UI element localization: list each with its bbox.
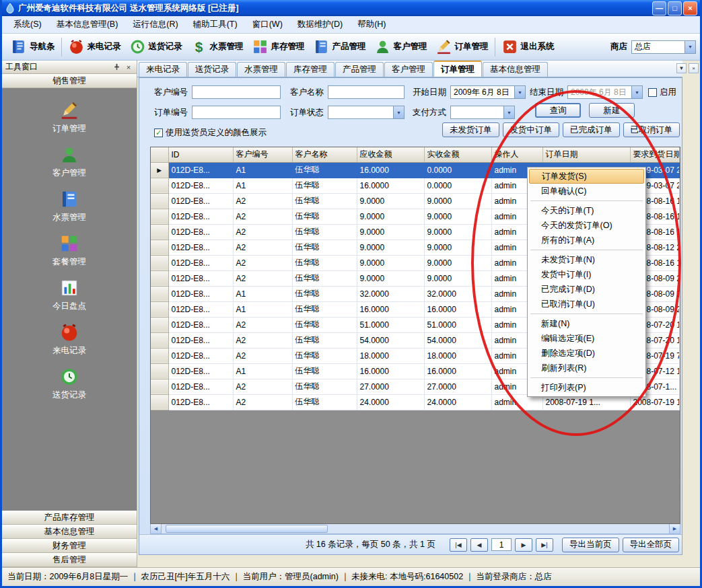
pin-icon[interactable]: [112, 63, 121, 72]
sidebar-item-product[interactable]: 水票管理: [52, 189, 86, 223]
column-header[interactable]: ID: [168, 147, 233, 162]
sidebar-item-chart[interactable]: 今日盘点: [52, 278, 86, 312]
column-header[interactable]: 客户编号: [233, 147, 292, 162]
store-select[interactable]: 总店 ▼: [631, 40, 696, 54]
end-date-picker[interactable]: 2009年 6月 8日 ▼: [567, 85, 643, 99]
last-page-button[interactable]: ▶|: [536, 538, 553, 552]
toolbar-dollar-button[interactable]: $水票管理: [186, 36, 248, 57]
row-selector[interactable]: [151, 255, 168, 270]
start-date-picker[interactable]: 2009年 6月 8日 ▼: [450, 85, 526, 99]
order-no-input[interactable]: [192, 106, 281, 119]
tab-item[interactable]: 订单管理: [433, 61, 482, 77]
toolbar-book-button[interactable]: 导航条: [6, 36, 59, 57]
export-all-button[interactable]: 导出全部页: [623, 538, 680, 552]
new-button[interactable]: 新建: [589, 103, 635, 118]
tab-item[interactable]: 基本信息管理: [483, 62, 548, 77]
chevron-down-icon[interactable]: ▼: [631, 86, 642, 98]
chevron-down-icon[interactable]: ▼: [685, 41, 695, 53]
context-menu-item[interactable]: 今天的订单(T): [529, 203, 644, 218]
tab-close-icon[interactable]: ×: [689, 63, 699, 73]
context-menu-item[interactable]: 编辑选定项(E): [529, 331, 644, 346]
query-button[interactable]: 查询: [535, 103, 581, 118]
column-header[interactable]: 订单日期: [542, 147, 630, 162]
enable-checkbox[interactable]: [648, 88, 657, 97]
tab-item[interactable]: 送货记录: [188, 62, 236, 77]
scroll-left-icon[interactable]: ◀: [151, 524, 162, 534]
customer-no-input[interactable]: [192, 85, 281, 99]
context-menu-item[interactable]: 刷新列表(R): [529, 361, 644, 375]
menubar-item[interactable]: 辅助工具(T): [186, 16, 245, 33]
close-button[interactable]: ×: [683, 1, 697, 15]
scrollbar-track[interactable]: [162, 524, 669, 534]
menubar-item[interactable]: 系统(S): [6, 16, 49, 33]
row-selector[interactable]: [151, 317, 168, 332]
toolbar-grid-button[interactable]: 库存管理: [248, 36, 309, 57]
row-selector[interactable]: [151, 270, 168, 286]
toolbar-exit-button[interactable]: 退出系统: [497, 36, 559, 57]
order-status-select[interactable]: ▼: [328, 106, 405, 119]
prev-page-button[interactable]: ◀: [470, 538, 488, 552]
row-selector[interactable]: [151, 286, 168, 301]
sidebar-group-header[interactable]: 产品库存管理: [2, 511, 137, 525]
tab-item[interactable]: 产品管理: [335, 62, 384, 77]
row-selector[interactable]: [151, 301, 168, 317]
column-header[interactable]: 应收金额: [357, 147, 424, 162]
page-number-input[interactable]: [491, 538, 512, 551]
column-header[interactable]: 实收金额: [424, 147, 491, 162]
row-selector[interactable]: ▶: [151, 162, 168, 178]
toolbar-product-button[interactable]: 产品管理: [309, 36, 370, 57]
context-menu-item[interactable]: 发货中订单(I): [529, 267, 644, 282]
context-menu-item[interactable]: 今天的发货订单(O): [529, 218, 644, 233]
sidebar-item-clock[interactable]: 送货记录: [52, 367, 86, 401]
sidebar-close-icon[interactable]: ×: [124, 63, 133, 72]
menubar-item[interactable]: 帮助(H): [350, 16, 393, 33]
row-selector[interactable]: [151, 363, 168, 379]
row-selector[interactable]: [151, 332, 168, 348]
maximize-button[interactable]: □: [668, 1, 682, 15]
scroll-right-icon[interactable]: ▶: [669, 524, 680, 534]
tab-item[interactable]: 来电记录: [139, 62, 187, 77]
context-menu-item[interactable]: 所有的订单(A): [529, 233, 644, 248]
sidebar-group-sales[interactable]: 销售管理: [2, 74, 137, 88]
toolbar-phone-button[interactable]: 来电记录: [64, 36, 125, 57]
column-header[interactable]: 操作人: [491, 147, 542, 162]
sidebar-item-pen[interactable]: 订单管理: [52, 100, 86, 135]
horizontal-scrollbar[interactable]: ◀ ▶: [150, 524, 680, 534]
row-selector[interactable]: [151, 193, 168, 209]
tab-item[interactable]: 客户管理: [384, 62, 433, 77]
column-header[interactable]: 客户名称: [292, 147, 357, 162]
toolbar-pen-button[interactable]: 订单管理: [431, 36, 493, 57]
sidebar-group-header[interactable]: 基本信息管理: [2, 525, 137, 539]
sidebar-group-header[interactable]: 财务管理: [2, 539, 137, 553]
column-header[interactable]: 要求到货日期: [630, 147, 680, 162]
sidebar-item-person[interactable]: 客户管理: [52, 145, 86, 179]
color-checkbox[interactable]: ✓: [154, 128, 163, 137]
next-page-button[interactable]: ▶: [515, 538, 532, 552]
status-filter-button[interactable]: 未发货订单: [442, 122, 499, 137]
row-selector[interactable]: [151, 178, 168, 193]
minimize-button[interactable]: —: [652, 1, 666, 15]
menubar-item[interactable]: 运行信息(R): [125, 16, 185, 33]
menubar-item[interactable]: 数据维护(D): [290, 16, 350, 33]
menubar-item[interactable]: 窗口(W): [245, 16, 290, 33]
sidebar-item-phone[interactable]: 来电记录: [52, 322, 86, 357]
row-selector[interactable]: [151, 224, 168, 240]
export-current-button[interactable]: 导出当前页: [562, 538, 619, 552]
toolbar-clock-button[interactable]: 送货记录: [125, 36, 186, 57]
tab-item[interactable]: 水票管理: [237, 62, 285, 77]
tab-scroll-icon[interactable]: ▼: [676, 63, 687, 73]
toolbar-person-button[interactable]: 客户管理: [370, 36, 431, 57]
customer-name-input[interactable]: [328, 85, 405, 99]
chevron-down-icon[interactable]: ▼: [393, 106, 404, 118]
context-menu-item[interactable]: 新建(N): [529, 316, 644, 331]
chevron-down-icon[interactable]: ▼: [503, 106, 514, 118]
status-filter-button[interactable]: 已取消订单: [623, 122, 680, 137]
context-menu-item[interactable]: 删除选定项(D): [529, 346, 644, 361]
tab-item[interactable]: 库存管理: [286, 62, 335, 77]
scrollbar-thumb[interactable]: [166, 525, 328, 533]
status-filter-button[interactable]: 已完成订单: [563, 122, 620, 137]
context-menu-item[interactable]: 打印列表(P): [529, 380, 644, 395]
context-menu-item[interactable]: 订单发货(S): [529, 169, 644, 184]
row-selector[interactable]: [151, 379, 168, 394]
sidebar-group-header[interactable]: 售后管理: [2, 553, 137, 567]
